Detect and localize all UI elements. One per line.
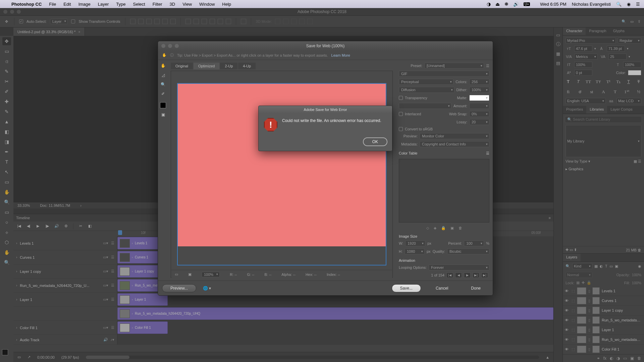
spotlight-icon[interactable]: 🔍 [616, 2, 622, 7]
layer-row[interactable]: 👁⬚▯Color Fill 1 [563, 345, 644, 354]
export-icon[interactable]: ↗ [28, 355, 31, 359]
link-icon[interactable]: ⬚ [572, 289, 575, 293]
subscript-button[interactable]: T₁ [616, 79, 621, 84]
expand-track-icon[interactable]: › [16, 255, 17, 259]
auto-align-button[interactable] [241, 19, 246, 24]
layer-row[interactable]: 👁⬚▯Run_5_wo_metadata_h... [563, 315, 644, 325]
visibility-icon[interactable]: 👁 [565, 328, 570, 332]
close-tab-icon[interactable]: × [78, 30, 80, 34]
vscale[interactable]: 100% [574, 62, 592, 68]
library-select[interactable]: My Library [566, 125, 641, 157]
ok-button[interactable]: OK [363, 137, 387, 146]
zoom-tool[interactable]: 🔍 [2, 198, 11, 206]
sfw-zoom-tool[interactable]: 🔍 [160, 81, 166, 87]
tab-paragraph[interactable]: Paragraph [586, 27, 609, 35]
menu-3d[interactable]: 3D [170, 2, 175, 7]
visibility-icon[interactable]: 👁 [565, 289, 570, 293]
track-extras-icon[interactable]: ▭▾ [103, 283, 108, 288]
preview-select[interactable]: Monitor Color [420, 133, 489, 139]
eyedropper-tool[interactable]: ✐ [2, 87, 11, 96]
visibility-icon[interactable]: 👁 [565, 318, 570, 322]
minimize-button[interactable] [10, 10, 14, 14]
transition-button[interactable]: ◧ [88, 224, 92, 229]
ct-btn4[interactable]: ▣ [450, 226, 454, 230]
zoom-button[interactable] [17, 10, 21, 14]
misc-tool[interactable]: ⟐ [2, 228, 11, 236]
loop-select[interactable]: Forever [429, 264, 489, 270]
distribute-buttons[interactable] [185, 19, 231, 24]
layer-name[interactable]: Color Fill 1 [602, 347, 642, 351]
blend-mode[interactable]: Normal [566, 272, 592, 278]
quick-select-tool[interactable]: ✎ [2, 67, 11, 75]
layer-row[interactable]: 👁⬚▯Run_5_wo_metadata_h2642... [563, 335, 644, 345]
lock-pos-icon[interactable]: ✚ [582, 281, 585, 285]
render-icon[interactable]: ▭ [17, 355, 21, 359]
ct-btn5[interactable]: 🗑 [459, 226, 462, 230]
layer-row[interactable]: 👁⬚▯Layer 1 copy [563, 306, 644, 315]
track-menu-icon[interactable]: ☰ [111, 269, 114, 274]
track-extras-icon[interactable]: ▭▾ [103, 255, 108, 259]
document-tab[interactable]: Untitled-2.psd @ 33.3% (RGB/16) * × [13, 27, 85, 36]
sfw-hand-tool[interactable]: ✋ [160, 63, 166, 69]
lossy-input[interactable]: 20 [469, 119, 489, 125]
mute-button[interactable]: 🔊 [54, 224, 59, 229]
quality-select[interactable]: Bicubic [447, 248, 489, 254]
tab-libraries[interactable]: Libraries [586, 106, 607, 114]
panel-menu-icon[interactable]: ≡ [549, 216, 551, 220]
track-extras-icon[interactable]: ▭▾ [103, 297, 108, 302]
lasso-tool[interactable]: ⟃ [2, 57, 11, 65]
sfw-color-swatch[interactable] [160, 102, 166, 108]
expand-track-icon[interactable]: › [16, 326, 17, 329]
sfw-tab-4up[interactable]: 4-Up [238, 63, 256, 69]
playhead[interactable] [118, 230, 122, 235]
sfw-tab-2up[interactable]: 2-Up [220, 63, 237, 69]
tab-layers[interactable]: Layers [563, 254, 581, 261]
expand-track-icon[interactable]: › [16, 241, 17, 245]
swash-button[interactable]: st [589, 89, 594, 95]
allcaps-button[interactable]: TT [586, 79, 591, 84]
colors-input[interactable]: 256 [469, 79, 489, 85]
pen-tool[interactable]: ✒ [2, 148, 11, 156]
height-input[interactable]: 1080 [405, 248, 425, 254]
ellipse-tool[interactable]: ○ [2, 218, 11, 226]
visibility-icon[interactable]: 👁 [565, 338, 570, 342]
share-icon[interactable]: ⇪ [638, 19, 641, 24]
alt-button[interactable]: A [601, 89, 606, 95]
dither-value[interactable]: 100% [469, 87, 489, 93]
siri-icon[interactable]: ◉ [627, 2, 631, 7]
track-extras-icon[interactable]: ▭▾ [103, 325, 108, 330]
percent-input[interactable]: 100 [464, 240, 484, 246]
marquee-tool[interactable]: ▭ [2, 47, 11, 55]
bold-button[interactable]: T [566, 79, 571, 84]
last-frame-button[interactable]: ▶| [481, 273, 488, 278]
align-buttons[interactable] [130, 19, 176, 24]
hand-tool[interactable]: ✋ [2, 188, 11, 196]
fraction-button[interactable]: ½ [636, 89, 641, 95]
audio-menu-icon[interactable]: ♪▾ [111, 338, 115, 342]
clip[interactable]: ›Run_5_wo_metadata_h264420_720p_UHQ [117, 307, 553, 320]
save-button[interactable]: Save... [392, 284, 421, 292]
hscale[interactable]: 100% [623, 62, 641, 68]
antialiasing[interactable]: Mac LCD [616, 98, 641, 104]
next-frame-button[interactable]: ▶| [473, 273, 479, 278]
search-icon[interactable]: 🔍 [622, 19, 626, 24]
workspace-icon[interactable]: ▭ [630, 19, 634, 24]
browser-icon[interactable]: 🌐 ▾ [203, 286, 211, 291]
volume-icon[interactable]: 🔊 [513, 1, 519, 7]
play-button[interactable]: ▶ [36, 224, 40, 229]
expand-track-icon[interactable]: › [16, 284, 17, 287]
info-icon[interactable]: ⓘ [555, 41, 561, 48]
eraser-tool[interactable]: ◧ [2, 128, 11, 136]
transparency-checkbox[interactable] [399, 96, 403, 100]
width-input[interactable]: 1920 [405, 240, 425, 246]
ct-btn1[interactable]: ◇ [426, 226, 429, 230]
sfw-close[interactable] [161, 44, 165, 48]
preset-menu-icon[interactable]: ☰ [486, 64, 489, 68]
sfw-eyedropper-tool[interactable]: ✐ [160, 91, 166, 97]
strike-button[interactable]: T [636, 79, 641, 84]
matte-swatch[interactable] [469, 95, 489, 101]
link-icon[interactable]: ⬚ [572, 318, 575, 322]
trash-icon[interactable]: 🗑 [638, 248, 641, 252]
layer-name[interactable]: Layer 1 copy [602, 308, 642, 312]
sfw-tab-original[interactable]: Original [171, 63, 193, 69]
